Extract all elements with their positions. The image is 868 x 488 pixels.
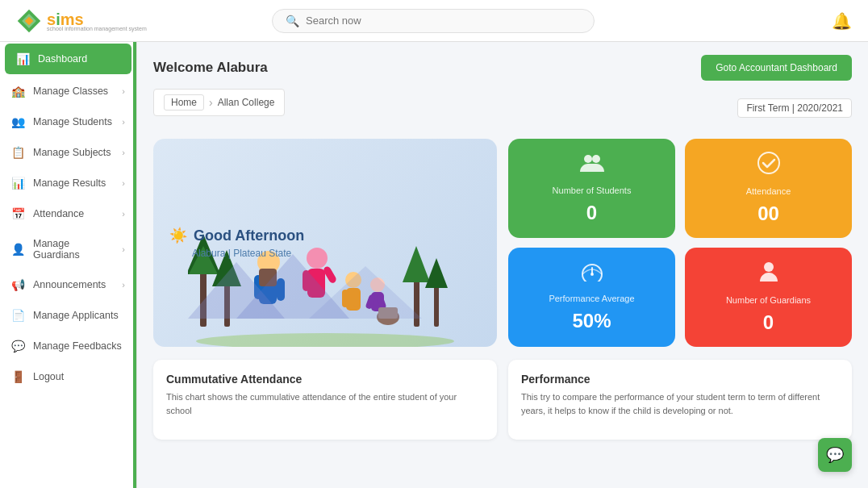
logo-area: sims school information management syste… [16,8,153,34]
stat-card-students: Number of Students 0 [508,139,675,238]
dashboard-grid: ☀️ Good Afternoon Alabura | Plateau Stat… [153,139,852,347]
chat-fab[interactable]: 💬 [818,438,852,472]
sidebar-label-manage-students: Manage Students [33,116,114,127]
breadcrumb-row: Home › Allan College First Term | 2020/2… [153,89,852,127]
sidebar-item-attendance[interactable]: 📅 Attendance › [0,198,136,229]
term-badge: First Term | 2020/2021 [737,98,852,118]
sidebar-item-manage-guardians[interactable]: 👤 Manage Guardians › [0,229,136,269]
main-content: Welcome Alabura Goto Accountant Dashboar… [137,42,868,488]
sidebar-label-announcements: Announcements [33,279,114,290]
sidebar-arrow-announcements: › [122,280,125,290]
attendance-chart-card: Cummutative Attendance This chart shows … [153,360,497,440]
sidebar-icon-attendance: 📅 [11,207,25,220]
sidebar-arrow-manage-students: › [122,117,125,127]
stat-icon-guardians [760,261,778,289]
logo-subtitle: school information management system [47,26,147,31]
sidebar-label-manage-feedbacks: Manage Feedbacks [33,340,125,352]
sidebar-icon-dashboard: 📊 [16,52,30,65]
sidebar-label-manage-results: Manage Results [33,177,114,189]
hero-greeting: ☀️ Good Afternoon [169,227,481,244]
performance-chart-card: Performance This try to compare the perf… [508,360,852,440]
stat-label-performance: Performance Average [549,294,634,303]
performance-chart-title: Performance [521,373,839,386]
sidebar-arrow-manage-results: › [122,178,125,188]
stat-value-students: 0 [586,202,597,224]
search-bar[interactable]: 🔍 [272,9,595,33]
stat-card-performance: Performance Average 50% [508,248,675,347]
sidebar-icon-manage-subjects: 📋 [11,146,25,159]
svg-marker-12 [425,258,448,288]
svg-rect-9 [414,278,419,327]
sidebar-arrow-manage-guardians: › [122,244,125,254]
sidebar-icon-manage-applicants: 📄 [11,309,25,322]
main-layout: 📊 Dashboard 🏫 Manage Classes › 👥 Manage … [0,42,868,488]
svg-point-37 [758,152,779,173]
attendance-chart-desc: This chart shows the cummulative attenda… [166,390,484,417]
breadcrumb-current: Allan College [218,97,275,108]
sidebar-item-manage-feedbacks[interactable]: 💬 Manage Feedbacks [0,331,136,361]
stat-icon-students [580,152,604,179]
stat-label-attendance: Attendance [746,186,791,196]
performance-chart-desc: This try to compare the performance of y… [521,390,839,417]
sidebar-arrow-attendance: › [122,209,125,219]
sidebar-label-manage-guardians: Manage Guardians [33,238,114,261]
sidebar-item-manage-results[interactable]: 📊 Manage Results › [0,168,136,198]
stat-icon-attendance [757,152,780,180]
svg-rect-11 [434,286,439,327]
stats-grid: Number of Students 0 Attendance 00 Perfo… [508,139,852,347]
sidebar-item-manage-students[interactable]: 👥 Manage Students › [0,106,136,137]
breadcrumb: Home › Allan College [153,89,285,116]
svg-point-3 [196,333,454,347]
sidebar-arrow-manage-classes: › [122,86,125,96]
sidebar-icon-logout: 🚪 [11,370,25,383]
svg-point-40 [764,262,774,272]
chat-icon: 💬 [826,446,844,464]
stat-card-attendance: Attendance 00 [685,139,852,238]
stat-label-guardians: Number of Guardians [726,295,811,305]
welcome-title: Welcome Alabura [153,60,268,76]
sidebar-icon-manage-students: 👥 [11,115,25,128]
sidebar-label-logout: Logout [33,371,125,382]
sidebar-item-manage-applicants[interactable]: 📄 Manage Applicants [0,300,136,331]
hero-card: ☀️ Good Afternoon Alabura | Plateau Stat… [153,139,497,347]
sidebar-label-dashboard: Dashboard [38,53,120,65]
stat-value-performance: 50% [572,310,611,332]
stat-label-students: Number of Students [553,186,632,195]
sidebar-item-manage-subjects[interactable]: 📋 Manage Subjects › [0,137,136,168]
sidebar-item-logout[interactable]: 🚪 Logout [0,361,136,392]
attendance-chart-title: Cummutative Attendance [166,373,484,386]
content-header: Welcome Alabura Goto Accountant Dashboar… [153,55,852,81]
charts-row: Cummutative Attendance This chart shows … [153,360,852,440]
svg-point-35 [584,155,592,163]
stat-card-guardians: Number of Guardians 0 [685,248,852,347]
hero-sub: Alabura | Plateau State [192,248,481,259]
sidebar-label-manage-classes: Manage Classes [33,86,114,97]
breadcrumb-home[interactable]: Home [164,94,204,111]
sidebar-icon-manage-classes: 🏫 [11,85,25,98]
sidebar-label-attendance: Attendance [33,208,114,219]
sidebar-label-manage-subjects: Manage Subjects [33,147,114,158]
goto-accountant-button[interactable]: Goto Accountant Dashboard [701,55,852,81]
sidebar-icon-manage-guardians: 👤 [11,243,25,256]
sidebar-item-manage-classes[interactable]: 🏫 Manage Classes › [0,76,136,106]
sidebar-icon-manage-results: 📊 [11,177,25,190]
sun-icon: ☀️ [169,227,187,244]
svg-point-36 [592,155,600,163]
sidebar-arrow-manage-subjects: › [122,148,125,157]
sidebar-item-dashboard[interactable]: 📊 Dashboard [5,44,131,74]
stat-value-guardians: 0 [763,311,774,334]
search-icon: 🔍 [286,15,299,27]
stat-value-attendance: 00 [757,202,779,225]
sidebar-icon-manage-feedbacks: 💬 [11,340,25,352]
breadcrumb-separator: › [209,96,213,109]
bell-icon[interactable]: 🔔 [832,11,852,31]
sidebar-label-manage-applicants: Manage Applicants [33,310,125,321]
sidebar: 📊 Dashboard 🏫 Manage Classes › 👥 Manage … [0,42,137,488]
stat-icon-performance [580,262,604,287]
logo-icon [16,8,42,34]
sidebar-item-announcements[interactable]: 📢 Announcements › [0,269,136,300]
sidebar-icon-announcements: 📢 [11,278,25,291]
topbar: sims school information management syste… [0,0,868,42]
search-input[interactable] [306,15,581,27]
svg-point-39 [590,273,594,276]
